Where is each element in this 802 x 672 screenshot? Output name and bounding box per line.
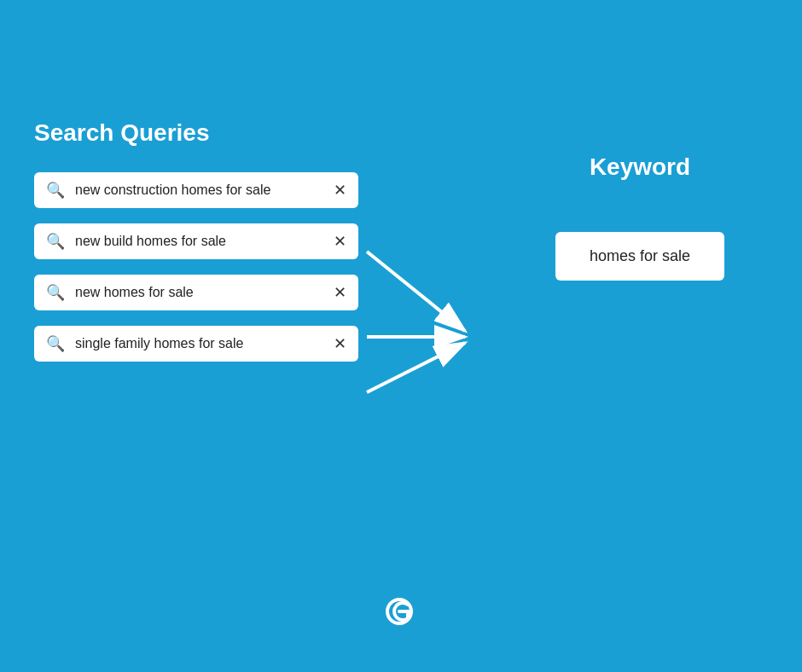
close-icon-2[interactable]: ✕ [334, 232, 346, 251]
search-icon-1: 🔍 [46, 181, 65, 200]
footer-logo [384, 596, 418, 646]
query-text-2: new build homes for sale [75, 234, 325, 249]
close-icon-4[interactable]: ✕ [334, 334, 346, 353]
search-icon-3: 🔍 [46, 283, 65, 302]
close-icon-3[interactable]: ✕ [334, 283, 346, 302]
search-box-2: 🔍 new build homes for sale ✕ [34, 223, 358, 259]
keyword-box: homes for sale [555, 232, 724, 281]
search-box-3-inner: 🔍 new homes for sale [46, 283, 325, 302]
search-box-4-inner: 🔍 single family homes for sale [46, 334, 325, 353]
search-box-1-inner: 🔍 new construction homes for sale [46, 181, 325, 200]
query-text-1: new construction homes for sale [75, 182, 325, 198]
columns-layout: Search Queries 🔍 new construction homes … [34, 119, 768, 377]
search-box-1: 🔍 new construction homes for sale ✕ [34, 172, 358, 208]
search-box-4: 🔍 single family homes for sale ✕ [34, 326, 358, 362]
search-box-2-inner: 🔍 new build homes for sale [46, 232, 325, 251]
search-box-3: 🔍 new homes for sale ✕ [34, 275, 358, 310]
search-icon-4: 🔍 [46, 334, 65, 353]
query-text-3: new homes for sale [75, 285, 325, 300]
search-icon-2: 🔍 [46, 232, 65, 251]
left-column: Search Queries 🔍 new construction homes … [34, 119, 375, 377]
main-container: Search Queries 🔍 new construction homes … [0, 0, 802, 672]
right-column: Keyword homes for sale [512, 154, 768, 377]
close-icon-1[interactable]: ✕ [334, 181, 346, 200]
keyword-header: Keyword [590, 154, 690, 181]
query-text-4: single family homes for sale [75, 336, 325, 351]
search-queries-header: Search Queries [34, 119, 209, 147]
